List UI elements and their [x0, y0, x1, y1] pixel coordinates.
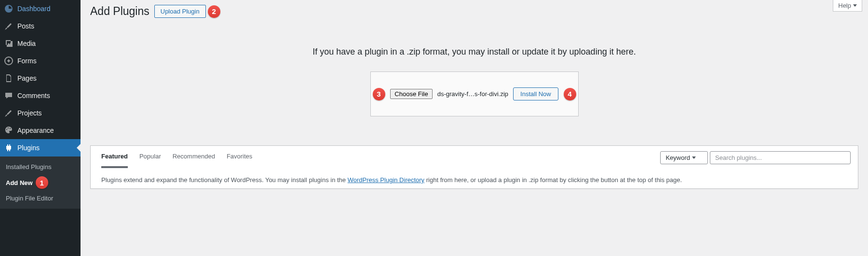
submenu-item-label: Installed Plugins: [6, 163, 52, 171]
sidebar-item-label: Posts: [17, 22, 34, 30]
sidebar-item-plugins[interactable]: Plugins: [0, 139, 81, 156]
choose-file-button[interactable]: Choose File: [390, 89, 432, 99]
plugin-icon: [4, 143, 14, 153]
sidebar-item-label: Plugins: [17, 144, 40, 152]
sidebar-item-label: Dashboard: [17, 5, 51, 13]
sidebar-item-label: Pages: [17, 74, 37, 82]
tab-recommended[interactable]: Recommended: [173, 153, 215, 168]
description-text-after: right from here, or upload a plugin in .…: [424, 176, 682, 184]
step-badge-4: 4: [564, 88, 576, 100]
plugin-filter-panel: Featured Popular Recommended Favorites K…: [90, 145, 858, 189]
help-button[interactable]: Help: [833, 0, 862, 12]
upload-form: 3 Choose File ds-gravity-f…s-for-divi.zi…: [370, 71, 579, 116]
chevron-down-icon: [853, 4, 857, 7]
help-label: Help: [838, 2, 851, 9]
step-badge-1: 1: [36, 176, 48, 189]
pages-icon: [4, 73, 14, 83]
sidebar-item-dashboard[interactable]: Dashboard: [0, 0, 81, 17]
tab-featured[interactable]: Featured: [101, 153, 128, 168]
sidebar-item-media[interactable]: Media: [0, 35, 81, 52]
submenu-add-new[interactable]: Add New 1: [0, 173, 81, 192]
sidebar-item-pages[interactable]: Pages: [0, 70, 81, 87]
pin-icon: [4, 108, 14, 118]
sidebar-item-posts[interactable]: Posts: [0, 17, 81, 35]
description-text-before: Plugins extend and expand the functional…: [101, 176, 348, 184]
dashboard-icon: [4, 4, 14, 14]
submenu-item-label: Add New: [6, 179, 33, 186]
sidebar-item-projects[interactable]: Projects: [0, 104, 81, 122]
heading-row: Add Plugins Upload Plugin 2: [90, 5, 858, 18]
admin-sidebar: Dashboard Posts Media Forms Pages: [0, 0, 81, 256]
page-title: Add Plugins: [90, 5, 149, 18]
appearance-icon: [4, 126, 14, 135]
plugin-search-input[interactable]: [710, 151, 851, 164]
sidebar-item-label: Projects: [17, 109, 42, 117]
sidebar-item-label: Comments: [17, 92, 50, 100]
search-row: Keyword: [660, 151, 851, 164]
pin-icon: [4, 21, 14, 31]
selected-filename: ds-gravity-f…s-for-divi.zip: [437, 90, 508, 98]
sidebar-item-label: Media: [17, 40, 36, 47]
submenu-plugin-file-editor[interactable]: Plugin File Editor: [0, 192, 81, 205]
chevron-down-icon: [692, 156, 696, 159]
sidebar-item-appearance[interactable]: Appearance: [0, 122, 81, 139]
upload-instructions: If you have a plugin in a .zip format, y…: [90, 47, 858, 57]
step-badge-3: 3: [373, 88, 385, 100]
sidebar-item-label: Forms: [17, 57, 37, 65]
tab-popular[interactable]: Popular: [139, 153, 161, 168]
plugin-description: Plugins extend and expand the functional…: [91, 170, 858, 188]
sidebar-item-forms[interactable]: Forms: [0, 52, 81, 70]
submenu-installed-plugins[interactable]: Installed Plugins: [0, 160, 81, 173]
forms-icon: [4, 56, 14, 66]
media-icon: [4, 39, 14, 48]
plugin-directory-link[interactable]: WordPress Plugin Directory: [348, 176, 424, 184]
comments-icon: [4, 91, 14, 100]
sidebar-item-comments[interactable]: Comments: [0, 87, 81, 104]
plugins-submenu: Installed Plugins Add New 1 Plugin File …: [0, 156, 81, 209]
main-content: Help Add Plugins Upload Plugin 2 If you …: [81, 0, 868, 256]
select-label: Keyword: [665, 154, 690, 161]
upload-plugin-button[interactable]: Upload Plugin: [154, 5, 206, 18]
submenu-item-label: Plugin File Editor: [6, 195, 53, 202]
tab-favorites[interactable]: Favorites: [227, 153, 252, 168]
sidebar-item-label: Appearance: [17, 127, 54, 134]
search-type-select[interactable]: Keyword: [660, 151, 708, 164]
filter-tabs: Featured Popular Recommended Favorites: [101, 153, 252, 168]
step-badge-2: 2: [208, 5, 220, 18]
filter-top-row: Featured Popular Recommended Favorites K…: [91, 146, 858, 170]
install-now-button[interactable]: Install Now: [513, 87, 558, 100]
